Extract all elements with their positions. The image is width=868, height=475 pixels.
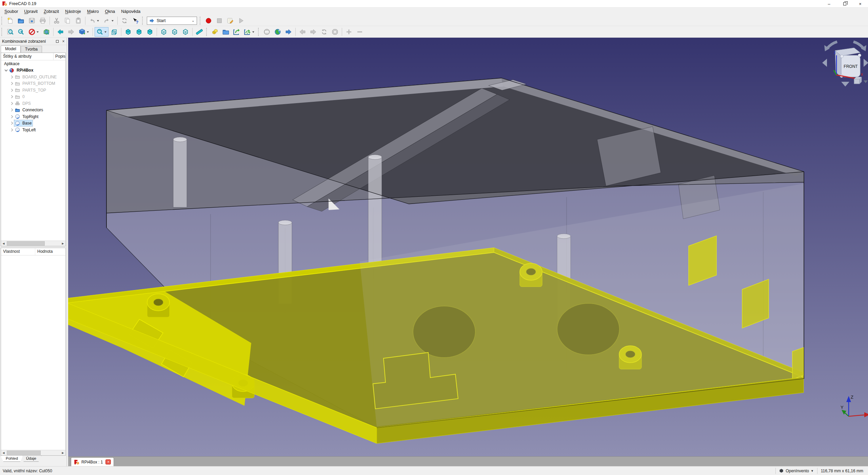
- tree-item-0[interactable]: 0: [1, 94, 65, 100]
- web-stop-button: [330, 27, 340, 37]
- view-fit-all-button[interactable]: [5, 27, 15, 37]
- create-part-button[interactable]: [210, 27, 220, 37]
- navcube-front-label[interactable]: FRONT: [844, 64, 858, 69]
- tab-model[interactable]: Model: [1, 45, 21, 53]
- chevron-right-icon[interactable]: [9, 81, 14, 86]
- menu-soubor[interactable]: Soubor: [1, 8, 21, 15]
- chevron-right-icon[interactable]: [9, 101, 14, 106]
- make-sub-link-button[interactable]: [242, 27, 256, 37]
- sphere-icon: [15, 127, 20, 132]
- view-bottom-button[interactable]: [170, 27, 180, 37]
- workbench-selector[interactable]: Start ⌄: [147, 17, 197, 25]
- dock-close-button[interactable]: ×: [60, 39, 66, 44]
- toolbar-grip[interactable]: [206, 28, 208, 36]
- tree-item-topleft[interactable]: TopLeft: [1, 127, 65, 133]
- 3d-viewport[interactable]: FRONT z x Z: [68, 38, 868, 456]
- web-go-button[interactable]: [283, 27, 294, 37]
- view-sync-zoom-button[interactable]: [95, 27, 108, 37]
- scroll-left-icon[interactable]: ◄: [1, 242, 6, 245]
- chevron-right-icon[interactable]: [9, 88, 14, 93]
- chevron-right-icon[interactable]: [9, 121, 14, 126]
- macro-edit-button[interactable]: [225, 16, 235, 25]
- view-top-button[interactable]: [134, 27, 144, 37]
- property-header[interactable]: Vlastnost Hodnota: [1, 248, 65, 255]
- view-fit-selection-button[interactable]: [16, 27, 26, 37]
- close-button[interactable]: ×: [852, 0, 868, 7]
- tree-horizontal-scrollbar[interactable]: ◄ ►: [1, 241, 65, 246]
- view-axonometric-button[interactable]: [109, 27, 119, 37]
- menu-makro[interactable]: Makro: [84, 8, 102, 15]
- menu-nastroje[interactable]: Nástroje: [62, 8, 84, 15]
- toolbar-separator: [121, 28, 121, 36]
- toolbar-grip[interactable]: [258, 28, 260, 36]
- open-document-button[interactable]: [16, 16, 26, 25]
- make-link-button[interactable]: [232, 27, 242, 37]
- web-refresh-button: [319, 27, 329, 37]
- macro-record-button[interactable]: [203, 16, 214, 25]
- tree-item-parts-top[interactable]: PARTS_TOP: [1, 87, 65, 94]
- tab-tvorba[interactable]: Tvorba: [21, 46, 42, 53]
- tree-item-dps[interactable]: DPS: [1, 100, 65, 107]
- tree-item-connectors[interactable]: Connectors: [1, 107, 65, 114]
- menu-zobrazit[interactable]: Zobrazit: [41, 8, 62, 15]
- dock-float-button[interactable]: [54, 39, 60, 44]
- toolbar-grip[interactable]: [1, 17, 3, 25]
- view-clipping-plane-button[interactable]: [27, 27, 41, 37]
- menu-napoveda[interactable]: Nápověda: [118, 8, 143, 15]
- chevron-right-icon[interactable]: [9, 114, 14, 119]
- scroll-right-icon[interactable]: ►: [60, 242, 65, 245]
- scroll-thumb[interactable]: [7, 241, 45, 246]
- view-front-button[interactable]: [123, 27, 133, 37]
- create-group-button[interactable]: [221, 27, 231, 37]
- tree-item-aplikace[interactable]: Aplikace: [1, 60, 65, 67]
- tree-item-rpi4box[interactable]: RPi4Box: [1, 67, 65, 74]
- toolbar-separator: [342, 28, 342, 36]
- tree-item-parts-bottom[interactable]: PARTS_BOTTOM: [1, 80, 65, 87]
- scroll-right-icon[interactable]: ►: [60, 451, 65, 455]
- prop-col-value: Hodnota: [35, 248, 65, 255]
- scroll-thumb[interactable]: [7, 451, 41, 455]
- tab-udaje[interactable]: Údaje: [21, 456, 41, 462]
- menu-upravit[interactable]: Upravit: [21, 8, 41, 15]
- tree-header[interactable]: Štítky & atributy Popis: [1, 53, 65, 60]
- document-tab[interactable]: RPi4Box : 1 ×: [71, 457, 114, 466]
- scroll-left-icon[interactable]: ◄: [1, 451, 6, 455]
- dimensions-readout: 116,78 mm x 61,16 mm: [821, 469, 868, 473]
- view-navigate-back-button[interactable]: [55, 27, 65, 37]
- print-document-button[interactable]: [38, 16, 48, 25]
- view-rear-button[interactable]: [159, 27, 169, 37]
- view-right-button[interactable]: [145, 27, 155, 37]
- chevron-right-icon[interactable]: [9, 94, 14, 99]
- chevron-down-icon: ▼: [811, 469, 814, 473]
- whats-this-button[interactable]: ?: [130, 16, 140, 25]
- view-isometric-button[interactable]: [77, 27, 91, 37]
- new-document-button[interactable]: [5, 16, 15, 25]
- doc-icon: [9, 68, 14, 73]
- view-measure-distance-button[interactable]: [194, 27, 204, 37]
- chevron-right-icon[interactable]: [9, 75, 14, 79]
- web-open-browser-button[interactable]: [273, 27, 283, 37]
- chevron-down-icon[interactable]: [4, 68, 8, 73]
- web-zoom-out-button: [355, 27, 365, 37]
- chevron-right-icon[interactable]: [9, 128, 14, 132]
- property-horizontal-scrollbar[interactable]: ◄ ►: [1, 450, 65, 455]
- toolbar-grip[interactable]: [200, 17, 201, 25]
- navigation-style-selector[interactable]: OpenInvento ▼: [779, 469, 814, 473]
- toolbar-grip[interactable]: [142, 17, 144, 25]
- tree-item-base[interactable]: Base: [1, 120, 65, 127]
- tree-item-topright[interactable]: TopRight: [1, 113, 65, 120]
- view-left-button[interactable]: [180, 27, 191, 37]
- web-back-button: [297, 27, 308, 37]
- toolbar-grip[interactable]: [1, 28, 3, 36]
- selected-tree-item[interactable]: Base: [14, 120, 33, 126]
- minimize-button[interactable]: –: [821, 0, 837, 7]
- view-box-zoom-button[interactable]: [41, 27, 52, 37]
- tab-pohled[interactable]: Pohled: [1, 456, 23, 462]
- dock-title-bar[interactable]: Kombinované zobrazení ×: [0, 38, 66, 45]
- document-tab-close-button[interactable]: ×: [105, 459, 111, 464]
- save-document-button[interactable]: [27, 16, 37, 25]
- tree-item-board-outline[interactable]: BOARD_OUTLINE: [1, 74, 65, 80]
- menu-okna[interactable]: Okna: [102, 8, 118, 15]
- chevron-right-icon[interactable]: [9, 108, 14, 112]
- restore-button[interactable]: [837, 0, 852, 7]
